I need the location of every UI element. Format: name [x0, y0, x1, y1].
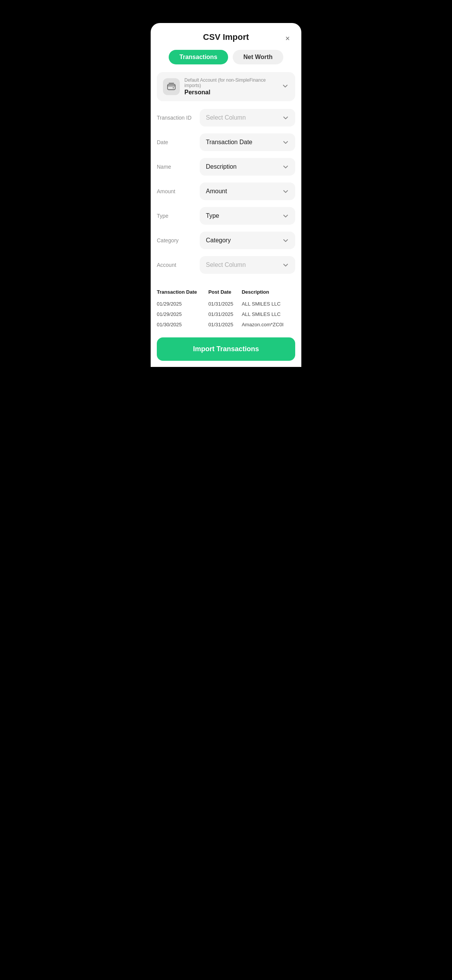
tab-bar: Transactions Net Worth [151, 48, 301, 72]
col-header-description: Description [242, 287, 295, 299]
field-value-account: Select Column [206, 261, 246, 268]
field-value-amount: Amount [206, 188, 227, 195]
close-icon: × [285, 34, 290, 43]
svg-rect-0 [168, 84, 175, 90]
cell-description-2: ALL SMILES LLC [242, 309, 295, 319]
field-row-account: Account Select Column [157, 256, 295, 274]
field-label-category: Category [157, 237, 195, 243]
field-select-name[interactable]: Description [200, 158, 295, 176]
field-label-name: Name [157, 164, 195, 170]
close-button[interactable]: × [281, 32, 294, 44]
field-value-name: Description [206, 163, 237, 170]
field-select-date[interactable]: Transaction Date [200, 133, 295, 151]
account-icon [163, 78, 180, 95]
field-label-amount: Amount [157, 188, 195, 194]
tab-net-worth[interactable]: Net Worth [233, 50, 283, 64]
account-name: Personal [184, 89, 277, 96]
chevron-down-icon [282, 261, 289, 268]
field-value-date: Transaction Date [206, 139, 252, 146]
chevron-down-icon [282, 212, 289, 219]
chevron-down-icon [282, 139, 289, 146]
field-row-date: Date Transaction Date [157, 133, 295, 151]
account-info: Default Account (for non-SimpleFinance i… [184, 77, 277, 96]
cell-transaction-date-2: 01/29/2025 [157, 309, 208, 319]
chevron-down-icon [281, 82, 289, 92]
svg-point-1 [173, 87, 174, 89]
cell-post-date-2: 01/31/2025 [208, 309, 242, 319]
tab-transactions[interactable]: Transactions [169, 50, 228, 64]
field-label-date: Date [157, 139, 195, 145]
account-helper-text: Default Account (for non-SimpleFinance i… [184, 77, 277, 88]
field-value-type: Type [206, 212, 219, 219]
field-row-transaction-id: Transaction ID Select Column [157, 109, 295, 127]
import-transactions-button[interactable]: Import Transactions [157, 337, 295, 361]
modal-title: CSV Import [203, 32, 249, 42]
field-row-category: Category Category [157, 232, 295, 249]
preview-table: Transaction Date Post Date Description 0… [151, 281, 301, 330]
field-row-name: Name Description [157, 158, 295, 176]
field-row-type: Type Type [157, 207, 295, 225]
cell-description-1: ALL SMILES LLC [242, 299, 295, 309]
col-header-post-date: Post Date [208, 287, 242, 299]
table-row: 01/29/2025 01/31/2025 ALL SMILES LLC [157, 299, 295, 309]
col-header-transaction-date: Transaction Date [157, 287, 208, 299]
table-row: 01/30/2025 01/31/2025 Amazon.com*ZC0I [157, 319, 295, 330]
cell-post-date-3: 01/31/2025 [208, 319, 242, 330]
field-select-category[interactable]: Category [200, 232, 295, 249]
cell-post-date-1: 01/31/2025 [208, 299, 242, 309]
field-row-amount: Amount Amount [157, 183, 295, 200]
field-label-transaction-id: Transaction ID [157, 115, 195, 121]
modal-header: CSV Import × [151, 23, 301, 48]
fields-section: Transaction ID Select Column Date Transa… [151, 109, 301, 274]
table-row: 01/29/2025 01/31/2025 ALL SMILES LLC [157, 309, 295, 319]
chevron-down-icon [282, 114, 289, 121]
field-value-category: Category [206, 237, 231, 244]
field-label-account: Account [157, 262, 195, 268]
field-select-type[interactable]: Type [200, 207, 295, 225]
cell-transaction-date-3: 01/30/2025 [157, 319, 208, 330]
field-select-amount[interactable]: Amount [200, 183, 295, 200]
field-select-account[interactable]: Select Column [200, 256, 295, 274]
chevron-down-icon [282, 163, 289, 170]
chevron-down-icon [282, 188, 289, 195]
account-selector[interactable]: Default Account (for non-SimpleFinance i… [157, 72, 295, 101]
chevron-down-icon [282, 237, 289, 244]
cell-transaction-date-1: 01/29/2025 [157, 299, 208, 309]
cell-description-3: Amazon.com*ZC0I [242, 319, 295, 330]
field-select-transaction-id[interactable]: Select Column [200, 109, 295, 127]
field-label-type: Type [157, 213, 195, 219]
field-value-transaction-id: Select Column [206, 114, 246, 121]
